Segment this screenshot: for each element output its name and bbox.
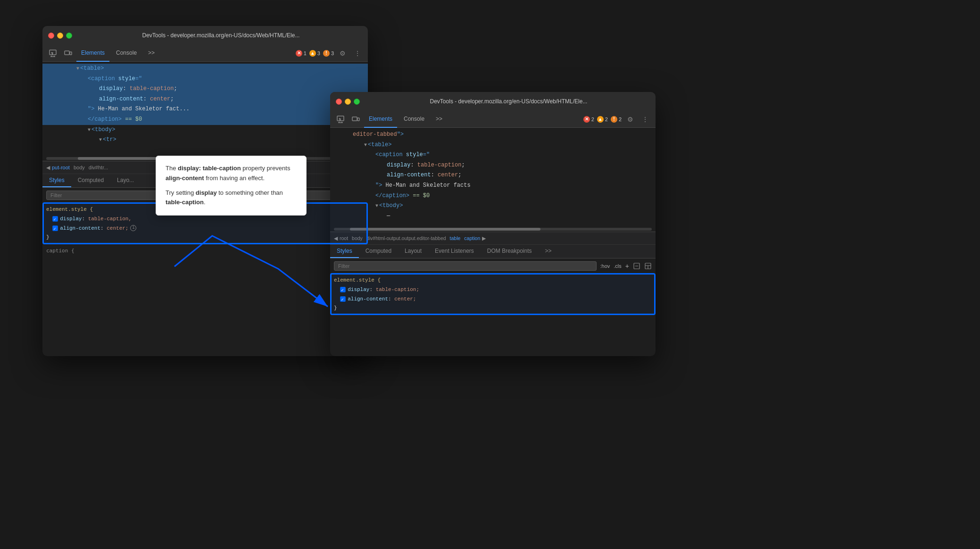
horizontal-scrollbar-front[interactable]: [334, 228, 652, 231]
tab-elements-front[interactable]: Elements: [364, 111, 397, 128]
filter-input-front[interactable]: [334, 261, 597, 271]
svg-rect-5: [70, 52, 72, 55]
settings-icon-front[interactable]: ⚙: [623, 113, 637, 126]
svg-rect-4: [65, 51, 69, 55]
styles-tab-events-front[interactable]: Event Listeners: [428, 245, 481, 258]
maximize-button[interactable]: [66, 33, 72, 39]
title-bar-back: DevTools - developer.mozilla.org/en-US/d…: [42, 26, 368, 45]
warning-badge-back: ▲ 3: [309, 50, 320, 57]
window-title-back: DevTools - developer.mozilla.org/en-US/d…: [80, 32, 362, 39]
info-badge-back: ! 3: [323, 50, 334, 57]
html-panel-front: editor-tabbed"> ▼<table> <caption style=…: [330, 128, 656, 227]
maximize-button-front[interactable]: [354, 99, 360, 105]
more-icon-front[interactable]: ⋮: [639, 113, 652, 126]
rule-property-1-front: display: table-caption;: [334, 285, 652, 295]
minimize-button[interactable]: [57, 33, 63, 39]
html-line[interactable]: "> He-Man and Skeletor facts: [330, 181, 656, 191]
more-icon-back[interactable]: ⋮: [351, 47, 364, 60]
add-rule-button[interactable]: +: [625, 262, 629, 270]
html-line[interactable]: ▼<table>: [42, 64, 368, 74]
traffic-lights-back: [48, 33, 72, 39]
minimize-button-front[interactable]: [345, 99, 351, 105]
device-icon[interactable]: [61, 47, 75, 60]
style-rule-front: element.style { display: table-caption; …: [330, 274, 656, 315]
html-line[interactable]: editor-tabbed">: [330, 130, 656, 140]
toolbar-back: Elements Console >> ✕ 1 ▲ 3 ! 3 ⚙ ⋮: [42, 45, 368, 62]
error-icon: ✕: [296, 50, 302, 57]
html-line[interactable]: —: [330, 211, 656, 222]
styles-panel-front: Styles Computed Layout Event Listeners D…: [330, 245, 656, 315]
toolbar-front: Elements Console >> ✕ 2 ▲ 2 ! 2 ⚙ ⋮: [330, 111, 656, 128]
html-panel-back: ▼<table> <caption style=" display: table…: [42, 62, 368, 156]
tooltip-text-2: Try setting display to something other t…: [166, 188, 297, 208]
breadcrumb-front-fwd[interactable]: ▶: [482, 235, 486, 241]
tab-console-front[interactable]: Console: [399, 111, 429, 128]
tab-more-back[interactable]: >>: [143, 45, 159, 62]
tooltip-popup: The display: table-caption property prev…: [156, 156, 307, 216]
styles-tab-more-front[interactable]: >>: [539, 245, 558, 258]
badge-group-back: ✕ 1 ▲ 3 ! 3: [296, 50, 334, 57]
warning-badge-front: ▲ 2: [597, 116, 608, 123]
info-badge-front: ! 2: [611, 116, 622, 123]
styles-tab-dom-front[interactable]: DOM Breakpoints: [481, 245, 539, 258]
warning-icon-front: ▲: [597, 116, 604, 123]
styles-tab-layout[interactable]: Layo...: [110, 174, 141, 187]
html-line[interactable]: align-content: center;: [330, 170, 656, 181]
html-line[interactable]: align-content: center;: [42, 94, 368, 105]
pseudo-hover-button[interactable]: :hov: [600, 263, 610, 269]
styles-tab-styles[interactable]: Styles: [42, 174, 71, 187]
html-line[interactable]: ▼<tr>: [42, 135, 368, 145]
tab-elements-back[interactable]: Elements: [76, 45, 109, 62]
rule-close-back: }: [46, 233, 364, 242]
styles-tab-computed[interactable]: Computed: [71, 174, 110, 187]
device-icon-front[interactable]: [349, 113, 362, 126]
caption-rule: caption {: [42, 244, 368, 258]
badge-group-front: ✕ 2 ▲ 2 ! 2: [583, 116, 622, 123]
inspector-icon[interactable]: [46, 47, 59, 60]
window-title-front: DevTools - developer.mozilla.org/en-US/d…: [367, 98, 650, 105]
info-icon: !: [323, 50, 330, 57]
svg-rect-10: [352, 117, 357, 121]
inspector-icon-front[interactable]: [334, 113, 347, 126]
html-line[interactable]: <caption style=": [330, 150, 656, 160]
error-icon-front: ✕: [583, 116, 590, 123]
rule-property-1-back: display: table-caption,: [46, 215, 364, 224]
styles-tab-layout-front[interactable]: Layout: [398, 245, 428, 258]
error-badge-back: ✕ 1: [296, 50, 307, 57]
pseudo-cls-button[interactable]: .cls: [614, 263, 622, 269]
rule-close-front: }: [334, 304, 652, 313]
breadcrumb-front: ◀ root body div#html-output.output.edito…: [330, 232, 656, 245]
html-line[interactable]: <caption style=": [42, 74, 368, 84]
styles-tab-computed-front[interactable]: Computed: [359, 245, 398, 258]
rule-selector-front: element.style {: [334, 276, 652, 285]
tab-console-back[interactable]: Console: [111, 45, 141, 62]
html-line[interactable]: "> He-Man and Skeletor fact...: [42, 104, 368, 115]
close-button-front[interactable]: [336, 99, 342, 105]
styles-tabs-front: Styles Computed Layout Event Listeners D…: [330, 245, 656, 258]
html-line[interactable]: ▼<table>: [330, 140, 656, 150]
info-icon-front: !: [611, 116, 617, 123]
html-line[interactable]: </caption> == $0: [330, 191, 656, 201]
rule-property-2-front: align-content: center;: [334, 295, 652, 304]
html-line[interactable]: ▼<tbody>: [330, 201, 656, 211]
tooltip-text-1: The display: table-caption property prev…: [166, 164, 297, 183]
html-line[interactable]: display: table-caption;: [42, 84, 368, 94]
html-line[interactable]: ▼<tbody>: [42, 125, 368, 135]
svg-rect-11: [357, 118, 359, 121]
warning-icon: ▲: [309, 50, 316, 57]
breadcrumb-back-arrow[interactable]: ◀: [46, 165, 50, 171]
tab-more-front[interactable]: >>: [431, 111, 447, 128]
error-badge-front: ✕ 2: [583, 116, 594, 123]
rule-property-2-back: align-content: center;i: [46, 224, 364, 233]
styles-tab-styles-front[interactable]: Styles: [330, 245, 359, 258]
layout-icon[interactable]: [644, 262, 652, 270]
close-button[interactable]: [48, 33, 54, 39]
traffic-lights-front: [336, 99, 360, 105]
title-bar-front: DevTools - developer.mozilla.org/en-US/d…: [330, 92, 656, 111]
filter-bar-front: :hov .cls +: [330, 258, 656, 274]
html-line[interactable]: </caption> == $0: [42, 115, 368, 125]
devtools-window-front: DevTools - developer.mozilla.org/en-US/d…: [330, 92, 656, 356]
edit-icon[interactable]: [633, 262, 640, 270]
settings-icon-back[interactable]: ⚙: [336, 47, 349, 60]
html-line[interactable]: display: table-caption;: [330, 160, 656, 171]
